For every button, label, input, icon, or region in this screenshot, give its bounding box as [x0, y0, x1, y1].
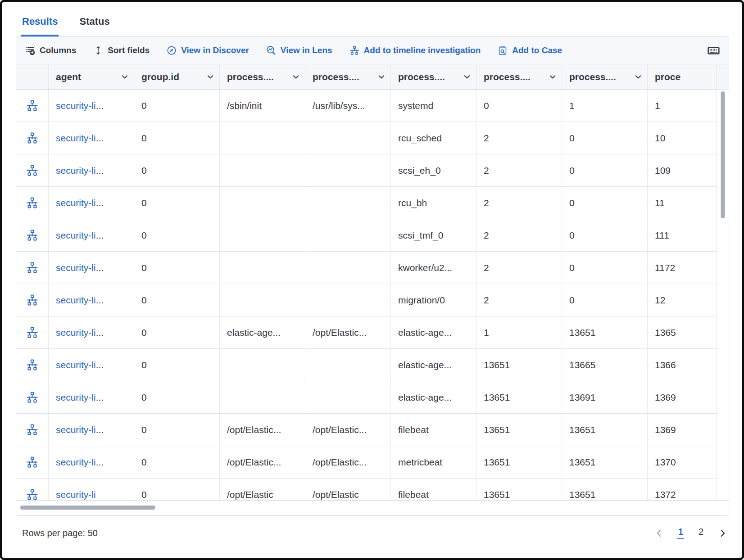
toolbar-sort-fields-button[interactable]: Sort fields [93, 45, 150, 55]
table-cell: 13651 [562, 316, 648, 349]
cell-value: 1369 [655, 425, 676, 435]
agent-link[interactable]: security-li... [56, 425, 104, 435]
row-add-to-timeline-button[interactable] [16, 381, 49, 414]
table-cell: 13651 [476, 446, 562, 479]
table-cell: elastic-age... [220, 316, 305, 349]
timeline-icon [26, 488, 38, 500]
agent-link[interactable]: security-li... [56, 165, 104, 176]
cell-value: 12 [655, 295, 665, 306]
timeline-icon [26, 359, 38, 371]
chevron-down-icon [291, 72, 300, 81]
toolbar-view-in-lens-button[interactable]: View in Lens [266, 45, 332, 55]
agent-link[interactable]: security-li... [56, 295, 104, 306]
table-cell: 10 [648, 122, 717, 154]
row-add-to-timeline-button[interactable] [16, 187, 49, 219]
vertical-scrollbar[interactable] [717, 64, 729, 500]
agent-link[interactable]: security-li... [56, 327, 104, 338]
row-add-to-timeline-button[interactable] [16, 414, 49, 446]
cell-value: 0 [141, 489, 147, 500]
cell-value: /opt/Elastic [227, 489, 273, 500]
table-cell: /sbin/init [220, 90, 305, 122]
tab-status[interactable]: Status [78, 10, 110, 36]
agent-link-text: security-li [56, 165, 96, 176]
row-add-to-timeline-button[interactable] [16, 316, 49, 349]
grid-header-cell-process-5[interactable]: process.... [476, 64, 562, 90]
table-cell: 109 [648, 154, 717, 187]
cell-value: elastic-age... [227, 327, 281, 338]
cell-value: 0 [569, 198, 575, 208]
table-cell: security-li... [49, 446, 134, 479]
table-cell: 0 [134, 446, 220, 479]
keyboard-shortcuts-button[interactable] [708, 45, 720, 57]
table-cell: 1366 [648, 349, 717, 381]
tab-results[interactable]: Results [21, 10, 59, 36]
data-grid: agentgroup.idprocess....process....proce… [16, 64, 717, 500]
pagination-page-1[interactable]: 1 [677, 527, 684, 539]
truncation-ellipsis: ... [96, 295, 104, 305]
grid-header-cell-agent-0[interactable]: agent [49, 64, 134, 90]
table-cell: 13651 [476, 381, 562, 414]
timeline-icon [26, 197, 38, 209]
table-cell: security-li... [49, 349, 134, 381]
table-cell: elastic-age... [391, 316, 476, 349]
grid-header-cell-group-id-1[interactable]: group.id [134, 64, 220, 90]
table-cell: security-li... [49, 252, 134, 284]
row-add-to-timeline-button[interactable] [16, 252, 49, 284]
agent-link[interactable]: security-li [56, 489, 96, 500]
agent-link[interactable]: security-li... [56, 198, 104, 208]
table-cell: security-li... [49, 316, 134, 349]
table-cell: scsi_eh_0 [391, 154, 476, 187]
toolbar-add-to-timeline-investigation-button[interactable]: Add to timeline investigation [349, 45, 481, 55]
row-add-to-timeline-button[interactable] [16, 284, 49, 316]
row-add-to-timeline-button[interactable] [16, 446, 49, 479]
cell-value: 0 [141, 165, 147, 176]
row-add-to-timeline-button[interactable] [16, 219, 49, 252]
cell-value: 1 [655, 100, 660, 111]
agent-link[interactable]: security-li... [56, 262, 104, 273]
agent-link[interactable]: security-li... [56, 457, 104, 468]
agent-link[interactable]: security-li... [56, 100, 104, 111]
timeline-icon [26, 132, 38, 144]
row-add-to-timeline-button[interactable] [16, 90, 49, 122]
table-cell: 2 [476, 187, 562, 219]
chevron-down-icon [206, 72, 215, 81]
toolbar-add-to-case-button[interactable]: Add to Case [498, 45, 562, 55]
grid-viewport: agentgroup.idprocess....process....proce… [16, 64, 729, 500]
row-add-to-timeline-button[interactable] [16, 154, 49, 187]
agent-link-text: security-li [56, 262, 96, 273]
cell-value: 0 [569, 165, 575, 176]
horizontal-scrollbar-thumb[interactable] [20, 506, 155, 510]
pagination-page-2[interactable]: 2 [698, 527, 704, 539]
truncation-ellipsis: ... [96, 133, 104, 143]
vertical-scrollbar-thumb[interactable] [721, 91, 725, 218]
grid-header-cell-process-4[interactable]: process.... [391, 64, 476, 90]
table-cell: 0 [134, 219, 220, 252]
agent-link-text: security-li [56, 230, 96, 240]
horizontal-scrollbar[interactable] [16, 500, 729, 515]
table-cell: 12 [648, 284, 717, 316]
agent-link[interactable]: security-li... [56, 230, 104, 241]
table-cell: 0 [134, 122, 220, 154]
toolbar-view-in-discover-button[interactable]: View in Discover [167, 45, 249, 55]
agent-link[interactable]: security-li... [56, 360, 104, 370]
rows-per-page-button[interactable]: Rows per page: 50 [22, 528, 103, 538]
cell-value: elastic-age... [398, 392, 452, 403]
pagination-prev-button[interactable] [654, 528, 664, 538]
row-add-to-timeline-button[interactable] [16, 479, 49, 500]
table-cell: /opt/Elastic [305, 479, 391, 500]
agent-link-text: security-li [56, 133, 96, 143]
agent-link-text: security-li [56, 295, 96, 305]
agent-link[interactable]: security-li... [56, 133, 104, 144]
row-add-to-timeline-button[interactable] [16, 122, 49, 154]
chevron-down-icon [634, 72, 643, 81]
row-add-to-timeline-button[interactable] [16, 349, 49, 381]
grid-header-cell-process-6[interactable]: process.... [562, 64, 648, 90]
agent-link-text: security-li [56, 360, 96, 370]
table-cell [220, 381, 305, 414]
agent-link[interactable]: security-li... [56, 392, 104, 403]
grid-header-cell-proce-7[interactable]: proce [648, 64, 717, 90]
grid-header-cell-process-2[interactable]: process.... [220, 64, 305, 90]
toolbar-columns-button[interactable]: Columns [25, 45, 76, 55]
grid-header-cell-process-3[interactable]: process.... [305, 64, 391, 90]
pagination-next-button[interactable] [718, 528, 727, 538]
